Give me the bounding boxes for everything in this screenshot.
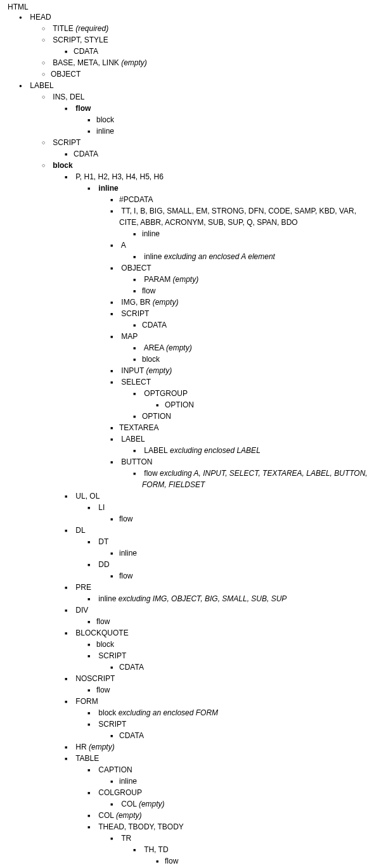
textarea-leaf: TEXTAREA: [119, 422, 367, 433]
p-h-node: P, H1, H2, H3, H4, H5, H6 inline #PCDATA…: [74, 171, 367, 490]
col-leaf: COL (empty): [119, 798, 367, 810]
inline-leaf: inline: [142, 228, 367, 239]
ul-ol-node: UL, OL LI flow: [74, 490, 367, 525]
ins-del-node: INS, DEL flow block inline: [51, 91, 367, 137]
inline-leaf: inline: [96, 125, 367, 137]
div-node: DIV flow: [74, 604, 367, 627]
cdata-leaf: CDATA: [142, 319, 367, 331]
flow-leaf: flow: [165, 855, 367, 867]
block-leaf: block: [142, 354, 367, 365]
button-node: BUTTON flow excluding A, INPUT, SELECT, …: [119, 456, 367, 490]
head-node: HEAD TITLE (required) SCRIPT, STYLE CDAT…: [28, 11, 367, 80]
inline-node: inline #PCDATA TT, I, B, BIG, SMALL, EM,…: [96, 182, 367, 490]
cdata-leaf: CDATA: [119, 661, 367, 673]
form-node: FORM block excluding an enclosed FORM SC…: [74, 696, 367, 741]
pre-content-leaf: inline excluding IMG, OBJECT, BIG, SMALL…: [96, 593, 367, 604]
dt-node: DT inline: [96, 536, 367, 559]
pcdata-leaf: #PCDATA: [119, 194, 367, 205]
object-node: OBJECT PARAM (empty) flow: [119, 262, 367, 297]
img-br-leaf: IMG, BR (empty): [119, 297, 367, 308]
pre-node: PRE inline excluding IMG, OBJECT, BIG, S…: [74, 582, 367, 604]
li-node: LI flow: [96, 502, 367, 525]
flow-leaf: flow: [119, 570, 367, 582]
flow-leaf: flow: [96, 616, 367, 627]
dd-node: DD flow: [96, 559, 367, 582]
dl-node: DL DT inline DD flow: [74, 525, 367, 582]
option-leaf: OPTION: [142, 411, 367, 422]
script-leaf: SCRIPT CDATA: [96, 718, 367, 741]
a-content-leaf: inline excluding an enclosed A element: [142, 251, 367, 262]
area-leaf: AREA (empty): [142, 342, 367, 354]
title-node: TITLE (required): [51, 23, 367, 34]
script-node: SCRIPT CDATA: [51, 137, 367, 160]
inline-leaf: inline: [119, 775, 367, 787]
cdata-leaf: CDATA: [119, 730, 367, 741]
body-node: LABEL INS, DEL flow block inline SCRIPT: [28, 80, 367, 868]
col-leaf: COL (empty): [96, 810, 367, 821]
hr-leaf: HR (empty): [74, 741, 367, 753]
caption-node: CAPTION inline: [96, 764, 367, 787]
param-leaf: PARAM (empty): [142, 274, 367, 285]
root-label: HTML: [5, 3, 367, 11]
flow-node: flow block inline: [74, 103, 367, 137]
table-node: TABLE CAPTION inline COLGROUP: [74, 753, 367, 867]
map-node: MAP AREA (empty) block: [119, 331, 367, 365]
label-node: LABEL LABEL excluding enclosed LABEL: [119, 433, 367, 456]
colgroup-node: COLGROUP COL (empty): [96, 787, 367, 810]
blockquote-node: BLOCKQUOTE block SCRIPT CDATA: [74, 627, 367, 673]
a-node: A inline excluding an enclosed A element: [119, 239, 367, 262]
cdata-node: CDATA: [74, 46, 367, 57]
block-leaf: block: [96, 114, 367, 125]
thead-node: THEAD, TBODY, TBODY TR TH, TD: [96, 821, 367, 867]
input-leaf: INPUT (empty): [119, 365, 367, 376]
th-td-node: TH, TD flow: [142, 844, 367, 867]
cdata-leaf: CDATA: [74, 148, 367, 160]
script-inline-node: SCRIPT CDATA: [119, 308, 367, 331]
block-node: block P, H1, H2, H3, H4, H5, H6 inline #…: [51, 160, 367, 868]
object-node: OBJECT: [51, 68, 367, 80]
optgroup-node: OPTGROUP OPTION: [142, 388, 367, 411]
tr-node: TR TH, TD flow: [119, 833, 367, 867]
option-leaf: OPTION: [165, 399, 367, 411]
base-meta-link-node: BASE, META, LINK (empty): [51, 57, 367, 68]
noscript-node: NOSCRIPT flow: [74, 673, 367, 696]
select-node: SELECT OPTGROUP OPTION: [119, 376, 367, 422]
label-content-leaf: LABEL excluding enclosed LABEL: [142, 445, 367, 456]
flow-leaf: flow: [142, 285, 367, 297]
script-style-node: SCRIPT, STYLE CDATA: [51, 34, 367, 57]
inline-leaf: inline: [119, 547, 367, 559]
block-leaf: block: [96, 639, 367, 650]
flow-leaf: flow: [96, 684, 367, 696]
text-elems-leaf: TT, I, B, BIG, SMALL, EM, STRONG, DFN, C…: [119, 205, 367, 239]
form-block-leaf: block excluding an enclosed FORM: [96, 707, 367, 718]
flow-leaf: flow: [119, 513, 367, 525]
script-leaf: SCRIPT CDATA: [96, 650, 367, 673]
button-content-leaf: flow excluding A, INPUT, SELECT, TEXTARE…: [142, 468, 367, 490]
